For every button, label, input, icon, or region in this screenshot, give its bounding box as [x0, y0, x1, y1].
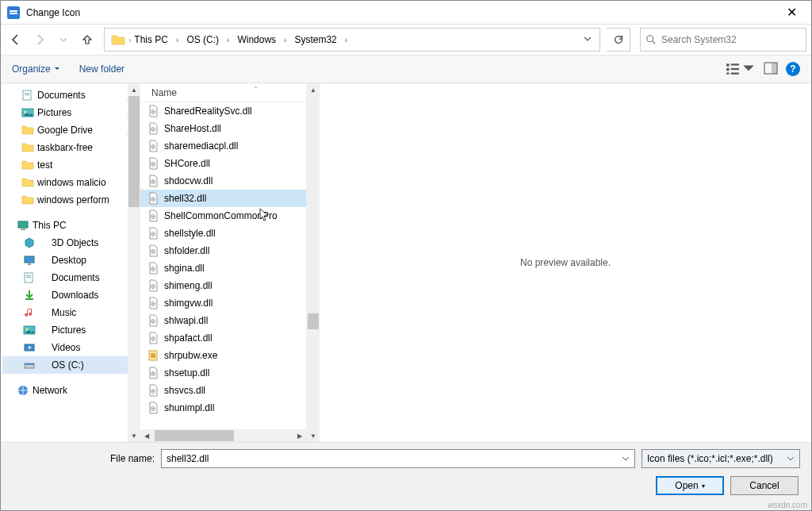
preview-pane-button[interactable] [764, 61, 778, 78]
file-list-hscrollbar[interactable]: ◀▶ [140, 429, 306, 442]
sidebar-item[interactable]: Documents📌 [2, 86, 139, 104]
file-row[interactable]: shell32.dll [140, 190, 306, 207]
svg-rect-11 [25, 93, 29, 94]
sidebar-item[interactable]: Pictures📌 [2, 104, 139, 121]
folder-icon [111, 34, 125, 45]
new-folder-button[interactable]: New folder [79, 63, 124, 75]
svg-rect-15 [18, 221, 28, 228]
file-row[interactable]: shpafact.dll [140, 329, 306, 347]
svg-point-50 [152, 286, 154, 287]
breadcrumb-item[interactable]: System32 [291, 33, 339, 47]
chevron-down-icon [787, 455, 795, 463]
watermark: wsxdn.com [768, 501, 807, 509]
address-dropdown[interactable] [579, 34, 596, 45]
sidebar-scrollbar[interactable]: ▲ ▼ [128, 83, 140, 442]
svg-point-44 [152, 233, 154, 235]
svg-point-14 [25, 111, 27, 113]
svg-rect-17 [25, 256, 34, 263]
file-row[interactable]: shgina.dll [140, 259, 306, 277]
sidebar-network[interactable]: Network [2, 382, 139, 399]
file-row[interactable]: shlwapi.dll [140, 312, 306, 329]
sidebar: Documents📌Pictures📌Google Drive📌taskbarx… [1, 83, 140, 442]
sidebar-item[interactable]: Desktop [2, 252, 139, 269]
sidebar-item[interactable]: test [2, 156, 139, 174]
file-list: Name ⌃ SharedRealitySvc.dllShareHost.dll… [140, 83, 307, 442]
svg-rect-2 [726, 63, 729, 66]
chevron-down-icon[interactable] [622, 455, 630, 463]
file-row[interactable]: shsetup.dll [140, 364, 306, 382]
sidebar-item[interactable]: Google Drive📌 [2, 121, 139, 139]
view-options-button[interactable] [726, 62, 756, 76]
filename-input[interactable]: shell32.dll [161, 449, 635, 468]
svg-rect-16 [21, 229, 25, 230]
column-header-name[interactable]: Name ⌃ [140, 83, 306, 102]
pc-icon [17, 219, 29, 232]
svg-point-40 [152, 198, 154, 200]
svg-point-24 [26, 328, 29, 331]
svg-rect-12 [25, 94, 29, 95]
sidebar-item[interactable]: taskbarx-free [2, 139, 139, 156]
sidebar-item[interactable]: Videos [2, 339, 139, 356]
sidebar-item[interactable]: Pictures [2, 321, 139, 339]
svg-rect-58 [151, 353, 155, 358]
sidebar-item[interactable]: windows perform [2, 191, 139, 209]
up-button[interactable] [77, 29, 98, 50]
file-row[interactable]: shrpubw.exe [140, 347, 306, 364]
address-bar[interactable]: › This PC› OS (C:)› Windows› System32› [104, 28, 600, 52]
file-pane: Name ⌃ SharedRealitySvc.dllShareHost.dll… [140, 83, 811, 442]
file-row[interactable]: SharedRealitySvc.dll [140, 102, 306, 120]
open-button[interactable]: Open ▾ [656, 476, 724, 495]
close-button[interactable]: ✕ [779, 2, 805, 23]
breadcrumb-item[interactable]: OS (C:) [183, 33, 222, 47]
file-row[interactable]: ShellCommonCommonPro [140, 207, 306, 225]
breadcrumb: This PC› OS (C:)› Windows› System32› [131, 33, 579, 47]
preview-pane: No preview available. [320, 83, 811, 442]
file-row[interactable]: shfolder.dll [140, 242, 306, 259]
footer: File name: shell32.dll Icon files (*.ico… [1, 442, 811, 510]
recent-dropdown[interactable] [53, 29, 74, 50]
sidebar-item[interactable]: 3D Objects [2, 234, 139, 252]
organize-button[interactable]: Organize [12, 63, 60, 75]
preview-text: No preview available. [520, 257, 611, 268]
file-row[interactable]: shellstyle.dll [140, 225, 306, 242]
svg-point-30 [152, 111, 154, 113]
svg-rect-22 [25, 298, 33, 300]
svg-point-34 [152, 146, 154, 148]
main-area: Documents📌Pictures📌Google Drive📌taskbarx… [1, 83, 811, 442]
file-row[interactable]: sharemediacpl.dll [140, 137, 306, 155]
file-row[interactable]: shimgvw.dll [140, 294, 306, 312]
sidebar-this-pc[interactable]: This PC [2, 217, 139, 234]
cancel-button[interactable]: Cancel [730, 476, 799, 495]
toolbar: Organize New folder ? [1, 55, 811, 83]
file-row[interactable]: shimeng.dll [140, 277, 306, 294]
search-input[interactable]: Search System32 [640, 28, 806, 52]
svg-point-64 [152, 408, 154, 409]
breadcrumb-item[interactable]: This PC [131, 33, 171, 47]
sidebar-item[interactable]: Downloads [2, 286, 139, 304]
sidebar-scroll-thumb[interactable] [128, 96, 140, 207]
file-row[interactable]: SHCore.dll [140, 155, 306, 172]
svg-point-62 [152, 390, 154, 392]
svg-rect-6 [731, 68, 739, 70]
file-list-vscroll-thumb[interactable] [308, 313, 319, 329]
svg-point-1 [647, 36, 653, 42]
forward-button[interactable] [29, 29, 50, 50]
svg-point-38 [152, 181, 154, 182]
file-row[interactable]: shdocvw.dll [140, 172, 306, 190]
file-row[interactable]: ShareHost.dll [140, 120, 306, 137]
sidebar-item[interactable]: Music [2, 304, 139, 321]
file-list-vscrollbar[interactable]: ▲ ▼ [307, 83, 320, 442]
refresh-button[interactable] [607, 28, 630, 52]
sidebar-item[interactable]: windows malicio [2, 174, 139, 191]
breadcrumb-item[interactable]: Windows [234, 33, 279, 47]
network-icon [17, 384, 29, 397]
file-row[interactable]: shsvcs.dll [140, 382, 306, 399]
filetype-dropdown[interactable]: Icon files (*.ico;*.icl;*.exe;*.dll) [642, 449, 800, 468]
sidebar-item[interactable]: OS (C:) [2, 356, 139, 374]
svg-point-32 [152, 129, 154, 130]
back-button[interactable] [6, 29, 26, 50]
help-button[interactable]: ? [786, 62, 800, 76]
file-row[interactable]: shunimpl.dll [140, 399, 306, 417]
svg-point-56 [152, 338, 154, 340]
sidebar-item[interactable]: Documents [2, 269, 139, 286]
